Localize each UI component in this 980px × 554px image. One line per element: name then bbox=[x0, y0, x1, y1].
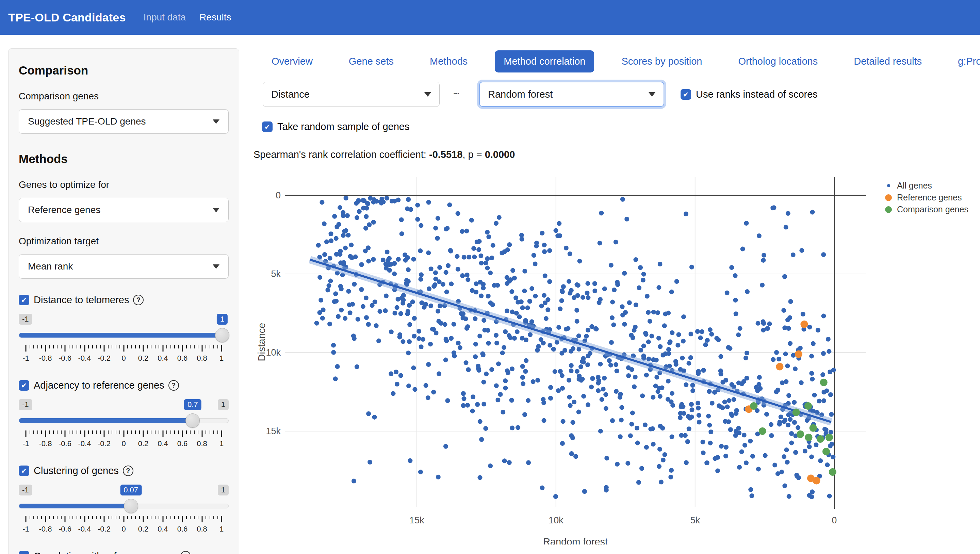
all-genes-point bbox=[718, 354, 723, 359]
help-icon[interactable]: ? bbox=[169, 380, 179, 391]
spearman-coefficient: -0.5518 bbox=[429, 149, 463, 160]
tab-gene-sets[interactable]: Gene sets bbox=[340, 50, 402, 72]
all-genes-point bbox=[829, 412, 834, 417]
slider-handle[interactable] bbox=[124, 499, 138, 513]
tab-detailed-results[interactable]: Detailed results bbox=[845, 50, 931, 72]
all-genes-point bbox=[547, 279, 552, 284]
all-genes-point bbox=[681, 339, 686, 344]
all-genes-point bbox=[364, 315, 369, 320]
all-genes-point bbox=[553, 369, 557, 374]
all-genes-point bbox=[614, 240, 618, 244]
all-genes-point bbox=[784, 447, 789, 452]
all-genes-point bbox=[436, 309, 440, 314]
all-genes-point bbox=[417, 336, 421, 341]
optimize-select[interactable]: Reference genes bbox=[19, 198, 229, 222]
all-genes-point bbox=[318, 298, 323, 302]
tab-ortholog-locations[interactable]: Ortholog locations bbox=[729, 50, 827, 72]
all-genes-point bbox=[722, 400, 727, 404]
all-genes-point bbox=[659, 480, 663, 485]
all-genes-point bbox=[566, 378, 571, 382]
all-genes-point bbox=[526, 398, 530, 403]
all-genes-point bbox=[522, 412, 527, 417]
method-checkbox-2[interactable]: ✔ bbox=[19, 465, 29, 476]
all-genes-point bbox=[458, 345, 463, 350]
all-genes-point bbox=[793, 450, 798, 455]
slider-track[interactable] bbox=[19, 333, 229, 337]
slider-value-badge: 0.07 bbox=[120, 485, 142, 495]
spearman-p-value: 0.0000 bbox=[485, 149, 515, 160]
all-genes-point bbox=[543, 273, 547, 278]
help-icon[interactable]: ? bbox=[180, 551, 191, 554]
help-icon[interactable]: ? bbox=[133, 295, 143, 305]
all-genes-point bbox=[670, 391, 675, 396]
all-genes-point bbox=[489, 256, 494, 260]
legend-item-reference-genes[interactable]: Reference genes bbox=[883, 192, 969, 204]
method-x-select[interactable]: Distance bbox=[263, 82, 440, 107]
all-genes-point bbox=[602, 287, 607, 291]
x-tick-label: 0 bbox=[832, 515, 837, 525]
all-genes-point bbox=[503, 379, 508, 383]
all-genes-point bbox=[407, 303, 412, 307]
all-genes-point bbox=[684, 212, 688, 217]
tab-scores-by-position[interactable]: Scores by position bbox=[612, 50, 711, 72]
app-root: TPE-OLD Candidates Input dataResults Com… bbox=[0, 0, 980, 554]
all-genes-point bbox=[697, 413, 701, 417]
all-genes-point bbox=[527, 299, 532, 304]
all-genes-point bbox=[553, 494, 558, 499]
all-genes-point bbox=[682, 411, 686, 416]
method-checkbox-0[interactable]: ✔ bbox=[19, 295, 29, 305]
all-genes-point bbox=[424, 383, 428, 388]
all-genes-point bbox=[415, 203, 420, 208]
all-genes-point bbox=[322, 221, 327, 226]
all-genes-point bbox=[748, 487, 753, 492]
use-ranks-checkbox[interactable]: ✔ bbox=[681, 89, 691, 100]
app-title[interactable]: TPE-OLD Candidates bbox=[8, 11, 126, 24]
tab-overview[interactable]: Overview bbox=[263, 50, 321, 72]
slider-handle[interactable] bbox=[185, 414, 200, 428]
all-genes-point bbox=[542, 418, 546, 423]
all-genes-point bbox=[821, 351, 826, 356]
comparison-gene-point bbox=[826, 433, 833, 441]
all-genes-point bbox=[539, 304, 544, 308]
method-checkbox-1[interactable]: ✔ bbox=[19, 380, 29, 391]
method-slider-1[interactable]: -110.7-1-0.8-0.6-0.4-0.200.20.40.60.81 bbox=[19, 399, 229, 449]
slider-handle[interactable] bbox=[215, 328, 229, 342]
all-genes-point bbox=[494, 221, 498, 226]
all-genes-point bbox=[780, 380, 785, 385]
target-select[interactable]: Mean rank bbox=[19, 254, 229, 279]
all-genes-point bbox=[523, 369, 528, 374]
tab-method-correlation[interactable]: Method correlation bbox=[495, 50, 594, 72]
legend-item-all-genes[interactable]: All genes bbox=[883, 180, 969, 192]
nav-link-input-data[interactable]: Input data bbox=[143, 12, 186, 23]
method-correlation-plot[interactable]: 05k10k15k15k10k5k0DistanceRandom forest bbox=[252, 160, 980, 544]
all-genes-point bbox=[767, 321, 772, 326]
tab-methods[interactable]: Methods bbox=[421, 50, 476, 72]
legend-item-comparison-genes[interactable]: Comparison genes bbox=[883, 204, 969, 215]
all-genes-point bbox=[350, 255, 354, 260]
all-genes-point bbox=[641, 344, 646, 349]
nav-link-results[interactable]: Results bbox=[199, 12, 231, 23]
method-y-select[interactable]: Random forest bbox=[479, 82, 664, 107]
all-genes-point bbox=[392, 272, 397, 276]
sample-checkbox[interactable]: ✔ bbox=[262, 121, 272, 132]
all-genes-point bbox=[395, 382, 399, 387]
all-genes-point bbox=[658, 262, 662, 266]
all-genes-point bbox=[708, 327, 713, 332]
x-tick-label: 5k bbox=[690, 515, 700, 525]
method-slider-0[interactable]: -11-1-0.8-0.6-0.4-0.200.20.40.60.81 bbox=[19, 314, 229, 364]
all-genes-point bbox=[485, 266, 490, 271]
help-icon[interactable]: ? bbox=[123, 465, 134, 476]
all-genes-point bbox=[662, 452, 667, 457]
all-genes-point bbox=[466, 255, 471, 259]
all-genes-point bbox=[379, 200, 383, 205]
all-genes-point bbox=[566, 326, 570, 331]
comparison-genes-select[interactable]: Suggested TPE-OLD genes bbox=[19, 109, 229, 134]
all-genes-point bbox=[314, 321, 319, 326]
all-genes-point bbox=[475, 240, 479, 244]
all-genes-point bbox=[757, 234, 762, 238]
tab-g-profiler[interactable]: g:Profiler bbox=[949, 50, 980, 72]
method-checkbox-3[interactable]: ✔ bbox=[19, 551, 29, 554]
all-genes-point bbox=[810, 489, 815, 494]
method-slider-2[interactable]: -110.07-1-0.8-0.6-0.4-0.200.20.40.60.81 bbox=[19, 485, 229, 535]
all-genes-point bbox=[471, 395, 476, 399]
